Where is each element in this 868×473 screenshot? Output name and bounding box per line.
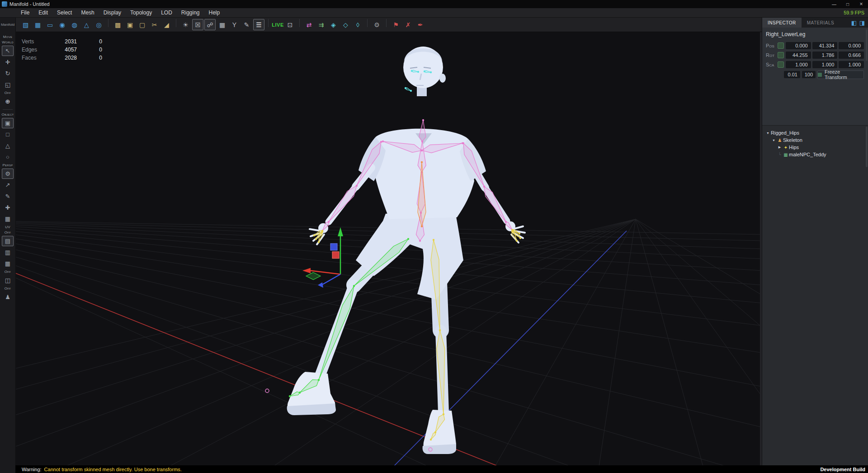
menu-item-rigging[interactable]: Rigging	[177, 8, 204, 17]
primitive-plane-button[interactable]: ▭	[44, 19, 56, 30]
menu-item-topology[interactable]: Topology	[126, 8, 156, 17]
viewport-canvas[interactable]: Verts20310Edges40570Faces20280	[16, 32, 762, 465]
select-tool-button[interactable]: ↖	[2, 46, 14, 56]
transform-reset-icon[interactable]	[778, 42, 784, 49]
snap-magnet-button[interactable]: ☍	[204, 19, 216, 30]
mode-vertex-tool-button[interactable]: □	[2, 129, 14, 140]
expander-icon[interactable]: ▼	[771, 139, 777, 142]
transform-field-y[interactable]: 41.334	[812, 42, 838, 49]
sidebar-label: Off	[5, 286, 11, 291]
primitive-cone-button[interactable]: △	[81, 19, 92, 30]
hierarchy-scrollbar[interactable]	[866, 126, 868, 167]
snap-range-field[interactable]: 100	[802, 71, 816, 78]
transform-reset-icon[interactable]	[778, 52, 784, 58]
pan-view-tool-button[interactable]: ↗	[2, 180, 14, 190]
character-model[interactable]	[287, 47, 525, 454]
grid-wire-tool-button[interactable]: ▥	[2, 247, 14, 258]
axis-split-button[interactable]: Y	[229, 19, 240, 30]
grid-floor-tool-button[interactable]: ▤	[2, 236, 14, 246]
rig-pose-tool-button[interactable]: ♟	[2, 292, 14, 302]
maximize-button[interactable]: □	[841, 0, 854, 8]
live-toggle-button[interactable]: LIVE	[272, 19, 283, 30]
mirror-pose-button[interactable]: ⇄	[303, 19, 315, 30]
dock-left-button[interactable]: ◧	[850, 19, 858, 27]
uv-view-tool-button[interactable]: ▦	[2, 214, 14, 224]
gizmo-space-tool-button[interactable]: ⊕	[2, 96, 14, 107]
bone-diamond-button[interactable]: ◊	[352, 19, 363, 30]
primitive-cube-button[interactable]: ▧	[20, 19, 31, 30]
pin-flag-button[interactable]: ⚑	[390, 19, 401, 30]
transform-field-z[interactable]: 0.666	[839, 52, 864, 59]
transform-field-x[interactable]: 44.255	[786, 52, 811, 59]
pin-delete-button[interactable]: ✗	[402, 19, 414, 30]
camera-settings-tool-button[interactable]: ⚙	[2, 169, 14, 179]
bounds-toggle-button[interactable]: ☒	[192, 19, 203, 30]
mode-edge-tool-button[interactable]: △	[2, 140, 14, 151]
inset-button[interactable]: ▣	[124, 19, 136, 30]
minimize-button[interactable]: —	[827, 0, 841, 8]
menu-item-display[interactable]: Display	[99, 8, 126, 17]
close-button[interactable]: ×	[854, 0, 868, 8]
pin-paint-button[interactable]: ✒	[415, 19, 426, 30]
expander-icon[interactable]: ▶	[777, 145, 783, 149]
bone-cube-button[interactable]: ◈	[328, 19, 339, 30]
gizmo-plane-handle[interactable]	[306, 272, 321, 280]
extrude-button[interactable]: ▩	[112, 19, 123, 30]
primitive-capsule-button[interactable]: ◍	[69, 19, 80, 30]
bone-plane-button[interactable]: ◇	[340, 19, 351, 30]
primitive-sphere-button[interactable]: ◉	[57, 19, 68, 30]
inspector-scrollbar[interactable]	[866, 29, 868, 61]
transform-field-x[interactable]: 1.000	[786, 61, 811, 68]
transform-field-z[interactable]: 0.000	[839, 42, 864, 49]
transform-gizmo[interactable]	[265, 227, 432, 451]
gizmo-z-axis[interactable]	[321, 274, 340, 285]
gizmo-red-handle[interactable]	[332, 252, 339, 258]
menu-item-select[interactable]: Select	[52, 8, 76, 17]
expander-icon[interactable]: ▼	[765, 131, 771, 135]
hierarchy-item[interactable]: └▦maleNPC_Teddy	[762, 151, 868, 158]
menu-item-mesh[interactable]: Mesh	[76, 8, 99, 17]
knife-button[interactable]: ✂	[149, 19, 160, 30]
menu-item-lod[interactable]: LOD	[156, 8, 177, 17]
transform-field-y[interactable]: 1.000	[812, 61, 838, 68]
wrench-tools-button[interactable]: ⚙	[371, 19, 382, 30]
hierarchy-item[interactable]: ▼♟Skeleton	[762, 136, 868, 144]
overlay-list-button[interactable]: ☰	[253, 19, 264, 30]
transform-field-y[interactable]: 1.786	[812, 52, 838, 59]
tab-inspector[interactable]: INSPECTOR	[762, 18, 802, 28]
snap-precision-field[interactable]: 0.01	[784, 71, 800, 78]
mirror-view-tool-button[interactable]: ◫	[2, 275, 14, 286]
primitive-grid-button[interactable]: ▦	[32, 19, 43, 30]
mode-object-tool-button[interactable]: ▣	[2, 118, 14, 128]
menu-item-file[interactable]: File	[16, 8, 34, 17]
add-object-tool-button[interactable]: ✚	[2, 202, 14, 213]
panel-splitter[interactable]	[760, 32, 762, 465]
grid-shade-tool-button[interactable]: ▦	[2, 258, 14, 269]
transform-reset-icon[interactable]	[778, 61, 784, 68]
transform-field-x[interactable]: 0.000	[786, 42, 811, 49]
lighting-button[interactable]: ☀	[180, 19, 191, 30]
menu-item-help[interactable]: Help	[204, 8, 225, 17]
primitive-torus-button[interactable]: ◎	[93, 19, 104, 30]
region-select-button[interactable]: ⊡	[284, 19, 296, 30]
curve-pen-button[interactable]: ✎	[241, 19, 252, 30]
primitive-sphere-icon: ◉	[59, 22, 65, 28]
scale-tool-button[interactable]: ◱	[2, 80, 14, 90]
tab-materials[interactable]: MATERIALS	[802, 18, 840, 28]
rotate-tool-button[interactable]: ↻	[2, 68, 14, 79]
hierarchy-item[interactable]: ▼Rigged_Hips	[762, 129, 868, 136]
menu-item-edit[interactable]: Edit	[34, 8, 52, 17]
transfer-weights-button[interactable]: ⇉	[316, 19, 327, 30]
marquee-select-button[interactable]: ▢	[137, 19, 148, 30]
transform-field-z[interactable]: 1.000	[839, 61, 864, 68]
hierarchy-item[interactable]: ▶✦Hips	[762, 144, 868, 151]
mode-vertex-tool-icon: □	[6, 131, 9, 137]
move-tool-button[interactable]: ✛	[2, 57, 14, 67]
freeze-transform-button[interactable]: Freeze Transform	[817, 70, 864, 79]
bevel-button[interactable]: ◢	[161, 19, 172, 30]
annotate-tool-button[interactable]: ✎	[2, 191, 14, 201]
mode-face-tool-button[interactable]: ○	[2, 152, 14, 162]
dock-right-button[interactable]: ◨	[858, 19, 866, 27]
snap-grid-button[interactable]: ▦	[217, 19, 228, 30]
gizmo-blue-handle[interactable]	[330, 244, 337, 250]
